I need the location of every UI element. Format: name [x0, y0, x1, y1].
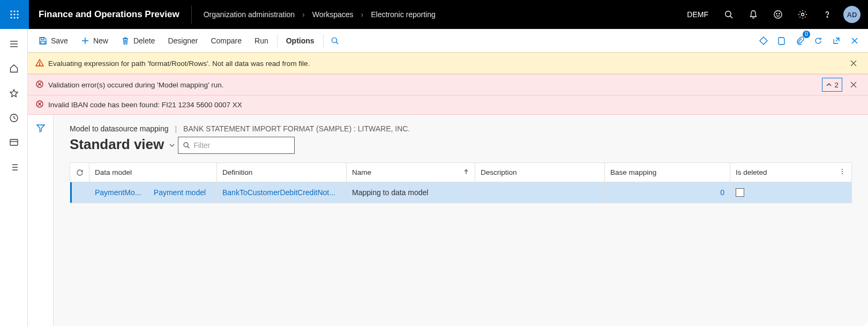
gear-icon	[798, 10, 807, 19]
chevron-right-icon: ›	[361, 10, 364, 19]
save-button[interactable]: Save	[32, 33, 74, 48]
svg-point-2	[17, 10, 18, 12]
chevron-up-icon	[826, 82, 832, 88]
view-selector[interactable]: Standard view	[70, 136, 176, 153]
personalize-button[interactable]	[754, 32, 773, 50]
save-icon	[39, 36, 47, 45]
command-bar: Save New Delete Designer Compare	[28, 29, 868, 53]
page-caption: Model to datasource mapping | BANK STATE…	[70, 124, 852, 133]
attachments-button[interactable]: 0	[791, 32, 809, 50]
feedback-button[interactable]	[766, 0, 790, 29]
plus-icon	[81, 36, 89, 45]
nav-favorites[interactable]	[3, 83, 25, 104]
star-icon	[9, 88, 19, 98]
app-launcher[interactable]	[0, 0, 29, 29]
refresh-column-button[interactable]	[70, 163, 89, 182]
compare-button[interactable]: Compare	[204, 33, 248, 48]
search-icon	[331, 36, 339, 45]
nav-modules[interactable]	[3, 157, 25, 178]
notifications-button[interactable]	[742, 0, 765, 29]
warning-icon	[35, 58, 44, 69]
settings-button[interactable]	[791, 0, 814, 29]
sort-asc-icon	[463, 168, 469, 176]
nav-home[interactable]	[3, 58, 25, 79]
description-cell	[475, 182, 605, 203]
search-icon	[724, 10, 734, 19]
nav-recent[interactable]	[3, 107, 25, 129]
data-model-link[interactable]: PaymentMo...	[95, 188, 148, 197]
filter-pane-toggle[interactable]	[28, 115, 54, 326]
svg-point-13	[779, 13, 780, 14]
nav-hamburger[interactable]	[3, 33, 25, 55]
close-icon	[850, 60, 857, 67]
svg-point-53	[842, 171, 843, 172]
clock-icon	[9, 113, 19, 123]
help-button[interactable]	[815, 0, 839, 29]
grid-more-button[interactable]	[839, 168, 846, 177]
paperclip-icon	[795, 36, 805, 46]
page-search-button[interactable]	[326, 32, 344, 50]
popout-button[interactable]	[827, 32, 845, 50]
chevron-down-icon	[168, 136, 176, 153]
breadcrumb-item[interactable]: Organization administration	[204, 10, 295, 19]
svg-line-10	[730, 16, 732, 18]
svg-point-1	[13, 10, 15, 12]
quick-filter-input[interactable]	[193, 141, 290, 150]
base-mapping-link[interactable]: 0	[610, 188, 724, 197]
office-icon	[777, 36, 787, 46]
svg-point-12	[776, 13, 777, 14]
refresh-button[interactable]	[809, 32, 827, 50]
close-page-button[interactable]	[845, 32, 864, 50]
error-icon	[35, 100, 44, 110]
breadcrumb-item[interactable]: Electronic reporting	[371, 10, 436, 19]
svg-point-14	[802, 13, 804, 16]
refresh-icon	[76, 169, 84, 176]
designer-button[interactable]: Designer	[161, 33, 204, 48]
search-icon	[183, 142, 190, 149]
data-grid: Data model Definition Name Description B…	[70, 162, 852, 203]
svg-point-8	[17, 17, 18, 18]
trash-icon	[121, 36, 130, 45]
breadcrumb-item[interactable]: Workspaces	[312, 10, 354, 19]
svg-point-11	[774, 11, 782, 18]
column-header-description[interactable]: Description	[475, 163, 605, 182]
close-warning-button[interactable]	[847, 56, 860, 70]
definition-link[interactable]: BankToCustomerDebitCreditNot...	[222, 188, 335, 197]
column-header-name[interactable]: Name	[347, 163, 475, 182]
open-office-addin-button[interactable]	[773, 32, 791, 50]
popout-icon	[832, 36, 841, 46]
chevron-right-icon: ›	[302, 10, 305, 19]
company-selector[interactable]: DEMF	[679, 10, 716, 19]
diamond-icon	[759, 36, 768, 46]
error-text: Validation error(s) occured during 'Mode…	[48, 81, 224, 89]
table-row[interactable]: PaymentMo... Payment model BankToCustome…	[70, 182, 851, 203]
search-button[interactable]	[717, 0, 740, 29]
funnel-icon	[36, 123, 46, 133]
nav-workspaces[interactable]	[3, 132, 25, 153]
error-count: 2	[834, 81, 839, 89]
breadcrumb: Organization administration › Workspaces…	[192, 0, 680, 29]
column-header-data-model[interactable]: Data model	[89, 163, 217, 182]
svg-point-54	[842, 173, 843, 174]
avatar[interactable]: AD	[843, 6, 860, 23]
close-icon	[850, 81, 857, 88]
svg-point-5	[17, 13, 18, 15]
column-header-is-deleted[interactable]: Is deleted	[730, 163, 851, 182]
svg-point-34	[332, 38, 336, 42]
column-header-definition[interactable]: Definition	[217, 163, 347, 182]
svg-point-4	[13, 13, 15, 15]
quick-filter[interactable]	[178, 137, 295, 154]
svg-rect-28	[41, 38, 44, 40]
column-header-base-mapping[interactable]: Base mapping	[605, 163, 730, 182]
error-expand-button[interactable]: 2	[822, 78, 842, 92]
is-deleted-checkbox[interactable]	[736, 188, 744, 197]
data-model-label-link[interactable]: Payment model	[154, 188, 211, 197]
home-icon	[9, 64, 19, 73]
run-button[interactable]: Run	[248, 33, 275, 48]
options-button[interactable]: Options	[280, 33, 321, 48]
delete-button[interactable]: Delete	[115, 33, 161, 48]
close-errors-button[interactable]	[847, 78, 860, 92]
svg-point-0	[10, 10, 12, 12]
new-button[interactable]: New	[74, 33, 115, 48]
svg-point-39	[39, 64, 40, 65]
